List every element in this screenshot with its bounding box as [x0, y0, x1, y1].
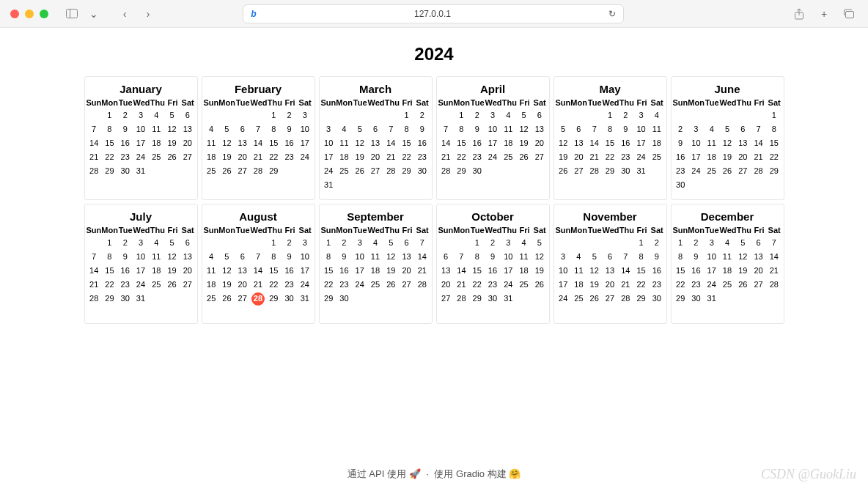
- calendar-day[interactable]: 23: [618, 150, 633, 164]
- calendar-day[interactable]: 30: [618, 164, 633, 178]
- calendar-day[interactable]: 18: [571, 278, 586, 292]
- calendar-day[interactable]: 26: [516, 150, 532, 164]
- calendar-day[interactable]: 31: [633, 164, 649, 178]
- calendar-day[interactable]: 22: [266, 278, 282, 292]
- calendar-day[interactable]: 4: [501, 108, 516, 122]
- calendar-day[interactable]: 24: [556, 292, 571, 306]
- calendar-day[interactable]: 26: [556, 164, 571, 178]
- calendar-day[interactable]: 17: [133, 136, 148, 150]
- calendar-day[interactable]: 25: [336, 164, 352, 178]
- calendar-day[interactable]: 1: [602, 108, 617, 122]
- calendar-day[interactable]: 20: [367, 150, 383, 164]
- calendar-day[interactable]: 20: [438, 278, 454, 292]
- calendar-day[interactable]: 11: [149, 250, 164, 264]
- new-tab-button[interactable]: +: [815, 5, 833, 23]
- calendar-day[interactable]: 22: [266, 150, 282, 164]
- calendar-day[interactable]: 16: [618, 136, 633, 150]
- calendar-day[interactable]: 5: [219, 250, 235, 264]
- calendar-day[interactable]: 3: [133, 108, 148, 122]
- calendar-day[interactable]: 17: [556, 278, 571, 292]
- calendar-day[interactable]: 8: [266, 122, 282, 136]
- calendar-day[interactable]: 20: [180, 136, 195, 150]
- calendar-day[interactable]: 18: [501, 136, 516, 150]
- calendar-day[interactable]: 15: [321, 264, 336, 278]
- calendar-day[interactable]: 8: [102, 250, 117, 264]
- calendar-day[interactable]: 23: [469, 150, 485, 164]
- calendar-day[interactable]: 28: [250, 164, 265, 178]
- calendar-day[interactable]: 16: [282, 136, 297, 150]
- calendar-day[interactable]: 11: [516, 250, 532, 264]
- calendar-day[interactable]: 9: [117, 250, 133, 264]
- calendar-day[interactable]: 16: [414, 136, 430, 150]
- calendar-day[interactable]: 31: [704, 292, 719, 306]
- calendar-day[interactable]: 5: [532, 236, 547, 250]
- calendar-day[interactable]: 11: [149, 122, 164, 136]
- calendar-day[interactable]: 30: [282, 292, 297, 306]
- calendar-day[interactable]: 29: [399, 164, 414, 178]
- calendar-day[interactable]: 15: [673, 264, 688, 278]
- calendar-day[interactable]: 20: [571, 150, 586, 164]
- calendar-day[interactable]: 26: [586, 292, 602, 306]
- calendar-day[interactable]: 22: [673, 278, 688, 292]
- calendar-day[interactable]: 13: [235, 136, 250, 150]
- calendar-day[interactable]: 30: [688, 292, 704, 306]
- calendar-day[interactable]: 15: [266, 136, 282, 150]
- calendar-day[interactable]: 4: [719, 236, 735, 250]
- calendar-day[interactable]: 14: [454, 264, 469, 278]
- calendar-day[interactable]: 30: [117, 292, 133, 306]
- calendar-day[interactable]: 24: [297, 278, 312, 292]
- calendar-day[interactable]: 18: [336, 150, 352, 164]
- calendar-day[interactable]: 17: [133, 264, 148, 278]
- calendar-day[interactable]: 14: [87, 136, 102, 150]
- calendar-day[interactable]: 17: [485, 136, 500, 150]
- calendar-day[interactable]: 11: [719, 250, 735, 264]
- calendar-day[interactable]: 30: [336, 292, 352, 306]
- close-window-button[interactable]: [10, 10, 19, 18]
- calendar-day[interactable]: 5: [219, 122, 235, 136]
- calendar-day[interactable]: 20: [751, 264, 766, 278]
- calendar-day[interactable]: 18: [149, 136, 164, 150]
- calendar-day[interactable]: 23: [673, 164, 688, 178]
- calendar-day[interactable]: 14: [751, 136, 766, 150]
- calendar-day[interactable]: 20: [235, 150, 250, 164]
- calendar-day[interactable]: 18: [719, 264, 735, 278]
- calendar-day[interactable]: 30: [485, 292, 500, 306]
- calendar-day[interactable]: 24: [321, 164, 336, 178]
- calendar-day[interactable]: 6: [602, 250, 617, 264]
- calendar-day[interactable]: 26: [719, 164, 735, 178]
- calendar-day[interactable]: 8: [321, 250, 336, 264]
- calendar-day[interactable]: 19: [219, 278, 235, 292]
- calendar-day[interactable]: 17: [633, 136, 649, 150]
- calendar-day[interactable]: 25: [719, 278, 735, 292]
- calendar-day[interactable]: 28: [454, 292, 469, 306]
- calendar-day[interactable]: 24: [633, 150, 649, 164]
- forward-button[interactable]: ›: [139, 5, 157, 23]
- calendar-day[interactable]: 5: [352, 122, 367, 136]
- calendar-day[interactable]: 28: [751, 164, 766, 178]
- calendar-day[interactable]: 19: [556, 150, 571, 164]
- calendar-day[interactable]: 1: [266, 236, 282, 250]
- tabs-overview-button[interactable]: [840, 5, 858, 23]
- calendar-day[interactable]: 2: [649, 236, 664, 250]
- calendar-day[interactable]: 2: [117, 236, 133, 250]
- calendar-day[interactable]: 5: [516, 108, 532, 122]
- calendar-day[interactable]: 21: [87, 278, 102, 292]
- calendar-day[interactable]: 13: [180, 250, 195, 264]
- calendar-day[interactable]: 1: [399, 108, 414, 122]
- calendar-day[interactable]: 11: [204, 264, 219, 278]
- calendar-day[interactable]: 7: [438, 122, 454, 136]
- calendar-day[interactable]: 17: [321, 150, 336, 164]
- calendar-day[interactable]: 13: [399, 250, 414, 264]
- calendar-day[interactable]: 24: [688, 164, 704, 178]
- calendar-day[interactable]: 8: [602, 122, 617, 136]
- calendar-day[interactable]: 6: [180, 108, 195, 122]
- calendar-day[interactable]: 10: [704, 250, 719, 264]
- calendar-day[interactable]: 2: [618, 108, 633, 122]
- calendar-day[interactable]: 8: [469, 250, 485, 264]
- calendar-day[interactable]: 28: [87, 164, 102, 178]
- calendar-day[interactable]: 1: [673, 236, 688, 250]
- calendar-day[interactable]: 10: [133, 122, 148, 136]
- calendar-day[interactable]: 21: [414, 264, 430, 278]
- calendar-day[interactable]: 14: [438, 136, 454, 150]
- calendar-day[interactable]: 28: [414, 278, 430, 292]
